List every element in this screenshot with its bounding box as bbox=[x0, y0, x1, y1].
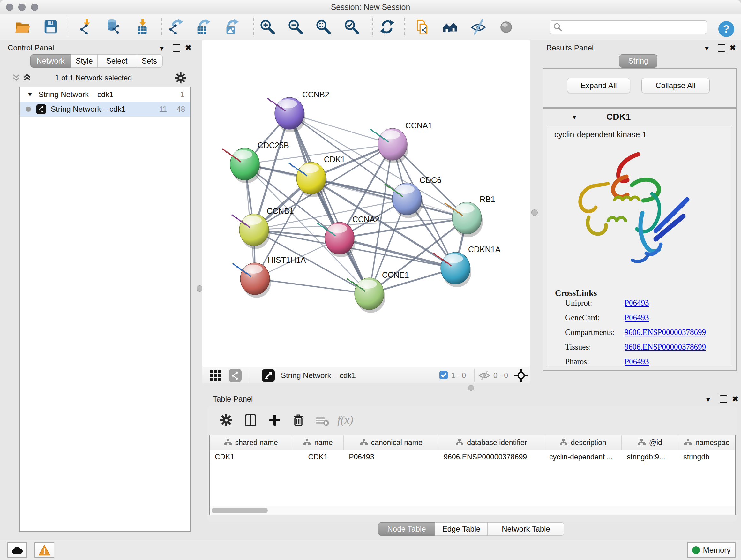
network-options-gear-icon[interactable] bbox=[175, 72, 186, 84]
column-header[interactable]: shared name bbox=[210, 435, 292, 449]
collapse-all-button[interactable]: Collapse All bbox=[642, 78, 710, 93]
table-cell: stringdb bbox=[678, 450, 735, 464]
crosslink-link[interactable]: 9606.ENSP00000378699 bbox=[624, 328, 706, 337]
cloud-button[interactable] bbox=[7, 543, 27, 558]
column-header[interactable]: namespac bbox=[678, 435, 735, 449]
network-row[interactable]: String Network – cdk1 11 48 bbox=[20, 102, 190, 117]
crosslink-link[interactable]: 9606.ENSP00000378699 bbox=[624, 343, 706, 352]
crosslink-link[interactable]: P06493 bbox=[624, 357, 649, 366]
warnings-button[interactable] bbox=[35, 543, 54, 558]
column-header[interactable]: description bbox=[544, 435, 622, 449]
zoom-out-button[interactable] bbox=[285, 17, 306, 37]
import-network-button[interactable] bbox=[76, 17, 97, 37]
results-panel-collapse-icon[interactable]: ▼ bbox=[704, 45, 710, 52]
network-graph[interactable]: CCNB2CCNA1CDC25BCDK1CDC6RB1CCNB1CCNA2CDK… bbox=[202, 40, 530, 367]
network-canvas[interactable]: CCNB2CCNA1CDC25BCDK1CDC6RB1CCNB1CCNA2CDK… bbox=[202, 40, 530, 367]
collection-count: 1 bbox=[180, 90, 185, 99]
right-splitter-handle[interactable] bbox=[531, 209, 538, 216]
save-button[interactable] bbox=[40, 17, 61, 37]
show-all-icon bbox=[498, 18, 515, 36]
open-folder-button[interactable] bbox=[12, 17, 32, 37]
crosslink-link[interactable]: P06493 bbox=[624, 299, 649, 307]
export-network-button[interactable] bbox=[165, 17, 186, 37]
zoom-fit-button[interactable] bbox=[313, 17, 333, 37]
refresh-button[interactable] bbox=[377, 17, 397, 37]
tab-network-table[interactable]: Network Table bbox=[488, 522, 564, 536]
export-image-icon bbox=[223, 18, 239, 36]
show-columns-icon[interactable] bbox=[244, 414, 257, 427]
import-database-button[interactable] bbox=[103, 17, 123, 37]
results-panel-close-icon[interactable]: ✖ bbox=[730, 44, 736, 52]
table-panel-collapse-icon[interactable]: ▼ bbox=[705, 396, 711, 403]
tab-style[interactable]: Style bbox=[71, 54, 98, 68]
node-HIST1H1A[interactable] bbox=[233, 263, 271, 298]
help-button[interactable]: ? bbox=[718, 20, 735, 38]
table-panel-close-icon[interactable]: ✖ bbox=[732, 395, 738, 403]
edge-CDK1-RB1[interactable] bbox=[311, 178, 467, 218]
tab-node-table[interactable]: Node Table bbox=[378, 522, 435, 536]
tab-string[interactable]: String bbox=[619, 54, 657, 68]
import-table-button[interactable] bbox=[132, 17, 152, 37]
tab-network[interactable]: Network bbox=[30, 54, 71, 68]
bottom-splitter-handle[interactable] bbox=[468, 385, 474, 391]
fit-content-crosshair-icon[interactable] bbox=[515, 369, 528, 382]
edge-CCNB2-CCNE1[interactable] bbox=[289, 113, 369, 294]
import-network-icon bbox=[78, 18, 95, 36]
left-splitter-handle[interactable] bbox=[197, 286, 203, 292]
node-CCNB2[interactable] bbox=[267, 98, 306, 132]
collapse-all-networks-icon[interactable] bbox=[12, 73, 20, 82]
home-neighbors-button[interactable] bbox=[440, 17, 461, 37]
column-header[interactable]: @id bbox=[622, 435, 678, 449]
network-collection-row[interactable]: ▼ String Network – cdk1 1 bbox=[20, 87, 190, 102]
tab-sets[interactable]: Sets bbox=[136, 54, 163, 68]
table-options-gear-icon[interactable] bbox=[220, 414, 232, 427]
table-row[interactable]: CDK1CDK1P064939606.ENSP00000378699cyclin… bbox=[210, 450, 735, 464]
search-input[interactable] bbox=[564, 23, 707, 32]
control-panel-close-icon[interactable]: ✖ bbox=[185, 44, 192, 52]
column-header[interactable]: database identifier bbox=[439, 435, 544, 449]
collection-expander-icon[interactable]: ▼ bbox=[27, 91, 33, 98]
column-header[interactable]: name bbox=[292, 435, 344, 449]
expand-all-button[interactable]: Expand All bbox=[567, 78, 630, 93]
zoom-in-button[interactable] bbox=[257, 17, 278, 37]
node-CCNA1[interactable] bbox=[370, 128, 408, 164]
crosslink-link[interactable]: P06493 bbox=[624, 313, 649, 322]
control-panel-collapse-icon[interactable]: ▼ bbox=[158, 45, 165, 52]
hidden-eye-slash-icon[interactable] bbox=[478, 371, 491, 380]
tab-select[interactable]: Select bbox=[98, 54, 136, 68]
delete-column-icon[interactable] bbox=[292, 414, 305, 427]
node-RB1[interactable] bbox=[445, 202, 483, 237]
hide-selected-button[interactable] bbox=[468, 17, 488, 37]
node-CDC6[interactable] bbox=[385, 183, 423, 218]
detach-view-icon[interactable] bbox=[262, 369, 275, 382]
results-panel-float-icon[interactable] bbox=[718, 44, 725, 53]
add-column-icon[interactable] bbox=[268, 414, 281, 427]
table-panel-float-icon[interactable] bbox=[720, 395, 727, 404]
clone-network-button[interactable] bbox=[412, 17, 432, 37]
edge-HIST1H1A-CCNE1[interactable] bbox=[255, 279, 369, 294]
show-all-button[interactable] bbox=[496, 17, 516, 37]
table-scrollbar-thumb[interactable] bbox=[212, 508, 268, 513]
control-panel-float-icon[interactable] bbox=[173, 44, 180, 53]
search-box[interactable] bbox=[549, 20, 707, 34]
cloud-icon bbox=[11, 545, 23, 555]
node-CCNA2[interactable] bbox=[318, 222, 355, 257]
export-table-button[interactable] bbox=[192, 17, 213, 37]
zoom-selected-button[interactable] bbox=[341, 17, 362, 37]
zoom-out-icon bbox=[287, 18, 304, 36]
tab-edge-table[interactable]: Edge Table bbox=[435, 522, 488, 536]
selected-checkbox-icon[interactable] bbox=[439, 371, 448, 380]
birds-eye-grid-icon[interactable] bbox=[209, 369, 221, 381]
memory-button[interactable]: Memory bbox=[687, 543, 736, 558]
node-CDKN1A[interactable] bbox=[433, 252, 471, 287]
node-CDC25B[interactable] bbox=[223, 148, 261, 183]
export-image-button[interactable] bbox=[221, 17, 241, 37]
node-CCNE1[interactable] bbox=[347, 278, 385, 313]
column-header[interactable]: canonical name bbox=[344, 435, 439, 449]
expand-all-networks-icon[interactable] bbox=[23, 73, 31, 82]
string-view-icon[interactable] bbox=[228, 369, 242, 382]
table-horizontal-scrollbar[interactable] bbox=[210, 506, 735, 515]
node-CCNB1[interactable] bbox=[232, 214, 270, 249]
entry-expander-icon[interactable]: ▼ bbox=[571, 114, 578, 121]
refresh-icon bbox=[379, 18, 395, 36]
